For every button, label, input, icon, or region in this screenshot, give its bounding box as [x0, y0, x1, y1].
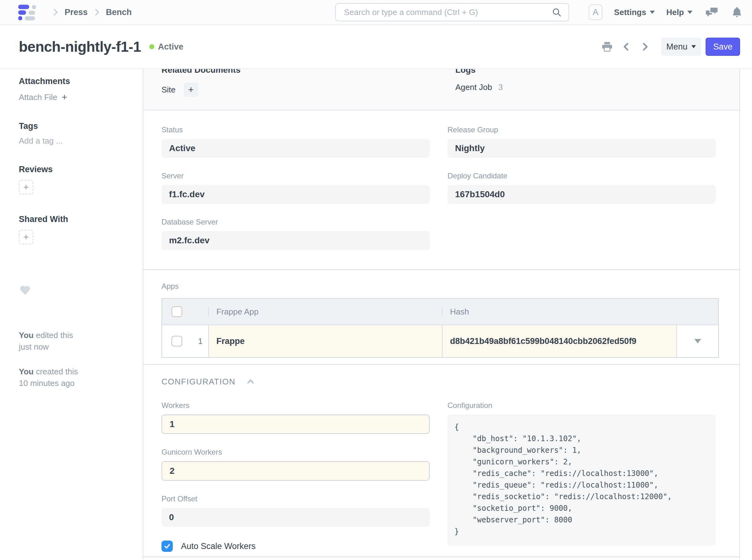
table-row: 1 Frappe d8b421b49a8bf61c599b048140cbb20… [162, 324, 718, 357]
attach-file-button[interactable]: Attach File + [19, 92, 133, 102]
hash-column-header: Hash [450, 307, 469, 317]
save-button[interactable]: Save [706, 38, 740, 56]
settings-label: Settings [614, 7, 646, 17]
release-group-input[interactable]: Nightly [448, 139, 716, 158]
status-field: Status Active [161, 125, 430, 158]
logs-heading: Logs [455, 69, 503, 75]
app-logo-icon[interactable] [18, 5, 35, 20]
search-input[interactable] [344, 7, 552, 17]
port-offset-field: Port Offset 0 [161, 495, 430, 527]
print-icon[interactable] [601, 41, 613, 52]
site-link[interactable]: Site [161, 85, 176, 95]
details-section: Status Active Release Group Nightly Serv… [143, 111, 739, 270]
database-server-field: Database Server m2.fc.dev [161, 218, 430, 250]
breadcrumb-press[interactable]: Press [65, 7, 88, 17]
content-area: Attachments Attach File + Tags Add a tag… [0, 69, 752, 559]
chevron-right-icon [92, 7, 102, 17]
gunicorn-workers-label: Gunicorn Workers [161, 448, 430, 457]
plus-icon: + [23, 182, 29, 193]
server-input[interactable]: f1.fc.dev [161, 185, 430, 204]
notifications-bell-icon[interactable] [731, 6, 743, 19]
frappe-app-column-header: Frappe App [216, 307, 258, 317]
row-index: 1 [198, 336, 203, 346]
status-label: Status [161, 125, 430, 134]
port-offset-label: Port Offset [161, 495, 430, 503]
add-tag-button[interactable]: Add a tag ... [19, 136, 133, 146]
status-indicator-label: Active [158, 42, 183, 52]
created-when: 10 minutes ago [19, 378, 133, 389]
attachments-heading: Attachments [19, 77, 133, 86]
page-title: bench-nightly-f1-1 [19, 38, 141, 55]
help-menu[interactable]: Help [666, 7, 692, 17]
created-action: created this [34, 367, 78, 376]
auto-scale-workers-checkbox[interactable] [161, 541, 173, 552]
chat-icon[interactable] [705, 6, 719, 19]
settings-menu[interactable]: Settings [614, 7, 655, 17]
database-server-input[interactable]: m2.fc.dev [161, 231, 430, 250]
select-all-checkbox[interactable] [172, 306, 182, 317]
status-indicator: Active [149, 42, 183, 52]
breadcrumb: Press Bench [51, 7, 132, 17]
caret-down-icon [687, 11, 692, 14]
save-button-label: Save [713, 42, 733, 52]
gunicorn-workers-input[interactable]: 2 [161, 461, 430, 481]
add-site-button[interactable]: + [184, 82, 198, 97]
plus-icon: + [23, 232, 29, 242]
gunicorn-workers-field: Gunicorn Workers 2 [161, 448, 430, 481]
attach-file-label: Attach File [19, 93, 57, 102]
chevron-right-icon [51, 7, 60, 17]
release-group-label: Release Group [448, 125, 716, 134]
server-field: Server f1.fc.dev [161, 172, 430, 204]
server-label: Server [161, 172, 430, 180]
frappe-app-cell[interactable]: Frappe [216, 336, 244, 346]
port-offset-input[interactable]: 0 [161, 508, 430, 527]
deploy-candidate-input[interactable]: 167b1504d0 [448, 185, 716, 204]
edited-when: just now [19, 341, 133, 353]
avatar-letter: A [593, 7, 598, 17]
edited-who: You [19, 331, 34, 340]
agent-job-link[interactable]: Agent Job [455, 82, 492, 92]
global-search [335, 3, 569, 21]
add-share-button[interactable]: + [19, 230, 33, 244]
caret-down-icon [691, 45, 696, 48]
page-header: bench-nightly-f1-1 Active Menu Save [0, 25, 752, 69]
tags-heading: Tags [19, 121, 133, 131]
deploy-candidate-field: Deploy Candidate 167b1504d0 [448, 172, 716, 204]
configuration-json-code: { "db_host": "10.1.3.102", "background_w… [448, 415, 716, 545]
document-timeline: You edited this just now You created thi… [19, 329, 133, 389]
status-input[interactable]: Active [161, 139, 430, 158]
agent-job-count: 3 [498, 82, 503, 92]
like-heart-icon[interactable] [19, 284, 31, 297]
apps-label: Apps [161, 282, 739, 291]
shared-with-heading: Shared With [19, 215, 133, 224]
menu-button[interactable]: Menu [661, 38, 701, 56]
database-server-label: Database Server [161, 218, 430, 226]
row-checkbox[interactable] [172, 336, 182, 346]
configuration-section-toggle[interactable]: CONFIGURATION [161, 377, 716, 386]
apps-grid-header: Frappe App Hash [162, 299, 718, 324]
prev-document-icon[interactable] [621, 41, 632, 52]
caret-down-icon [650, 11, 655, 14]
workers-label: Workers [161, 401, 430, 410]
configuration-section-title: CONFIGURATION [161, 377, 236, 386]
navbar: Press Bench A Settings Help [0, 0, 752, 25]
logs-section: Logs Agent Job 3 [455, 69, 503, 110]
workers-input[interactable]: 1 [161, 415, 430, 434]
add-review-button[interactable]: + [19, 180, 33, 194]
related-documents-heading: Related Documents [161, 69, 455, 75]
breadcrumb-bench[interactable]: Bench [106, 7, 132, 17]
configuration-right-column: Configuration { "db_host": "10.1.3.102",… [448, 401, 716, 557]
user-avatar[interactable]: A [589, 4, 602, 20]
row-expand-icon[interactable] [694, 339, 701, 343]
help-label: Help [666, 7, 684, 17]
created-who: You [19, 367, 34, 376]
status-dot-icon [149, 44, 154, 49]
next-document-icon[interactable] [640, 41, 650, 52]
page-actions: Menu Save [593, 38, 740, 56]
release-group-field: Release Group Nightly [448, 125, 716, 158]
hash-cell[interactable]: d8b421b49a8bf61c599b048140cbb2062fed50f9 [450, 336, 636, 346]
created-info: You created this 10 minutes ago [19, 366, 133, 389]
search-icon[interactable] [552, 7, 562, 17]
workers-field: Workers 1 [161, 401, 430, 434]
configuration-section: CONFIGURATION Workers 1 Gunicorn Workers… [143, 365, 739, 557]
